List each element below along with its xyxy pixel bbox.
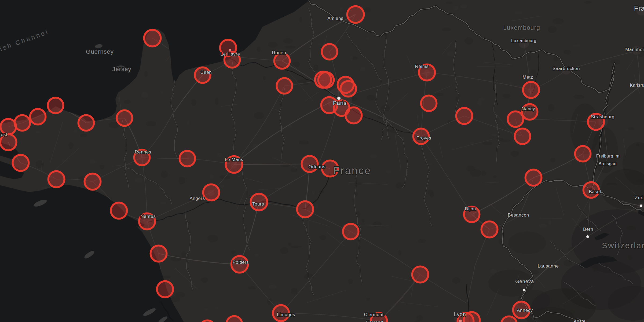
city-label: Geneva — [515, 279, 534, 284]
texture-patch — [350, 56, 353, 61]
map-marker[interactable] — [456, 108, 472, 124]
city-label: Aoste — [574, 319, 585, 322]
texture-patch — [373, 221, 382, 227]
map-marker[interactable] — [341, 81, 356, 97]
map-marker[interactable] — [347, 6, 364, 23]
map-marker[interactable] — [302, 156, 318, 172]
city-label: Luxembourg — [511, 38, 536, 43]
map-marker[interactable] — [346, 107, 362, 123]
map-marker[interactable] — [144, 30, 161, 46]
road — [540, 219, 562, 219]
texture-patch — [430, 192, 434, 197]
texture-patch — [124, 100, 131, 104]
texture-patch — [280, 247, 288, 254]
texture-patch — [283, 38, 293, 43]
map-marker[interactable] — [523, 82, 539, 98]
texture-patch — [215, 97, 219, 105]
texture-patch — [268, 42, 277, 48]
map-marker[interactable] — [48, 171, 64, 187]
texture-patch — [267, 298, 272, 305]
texture-patch — [367, 95, 375, 100]
texture-patch — [162, 276, 171, 278]
country-label: France — [333, 165, 371, 176]
map-marker[interactable] — [515, 129, 530, 144]
texture-patch — [364, 7, 371, 13]
map-marker[interactable] — [421, 96, 437, 111]
texture-patch — [477, 100, 482, 106]
city-dot — [337, 97, 341, 100]
texture-patch — [290, 246, 301, 248]
city-label: Orleans — [308, 164, 325, 169]
texture-patch — [288, 242, 292, 245]
map-container: English ChannelFranceSwitzerlandLuxembou… — [0, 0, 644, 322]
texture-patch — [386, 171, 391, 174]
texture-patch — [628, 127, 635, 130]
city-label: Karlsruhe — [630, 83, 644, 87]
map-marker[interactable] — [13, 155, 29, 171]
texture-patch — [210, 175, 214, 179]
map-marker[interactable] — [322, 44, 337, 60]
map-marker[interactable] — [525, 170, 541, 186]
map-marker[interactable] — [48, 98, 63, 113]
texture-patch — [299, 140, 309, 145]
texture-patch — [257, 47, 261, 52]
map-marker[interactable] — [464, 312, 480, 322]
texture-patch — [254, 112, 264, 119]
map-marker[interactable] — [343, 224, 358, 239]
city-label: Brest — [0, 132, 7, 137]
texture-patch — [160, 91, 164, 94]
texture-patch — [370, 155, 377, 158]
map-marker[interactable] — [30, 109, 46, 125]
island-label: Jersey — [112, 66, 131, 72]
texture-patch — [248, 286, 256, 290]
texture-patch — [290, 169, 298, 172]
city-label: Reims — [415, 64, 429, 69]
texture-patch — [201, 277, 208, 283]
map-marker[interactable] — [180, 151, 195, 166]
texture-patch — [460, 4, 467, 8]
map-marker[interactable] — [78, 115, 94, 131]
map-marker[interactable] — [117, 110, 132, 126]
texture-patch — [511, 151, 519, 157]
texture-patch — [360, 67, 365, 71]
map-marker[interactable] — [157, 281, 173, 297]
map-marker[interactable] — [297, 201, 313, 217]
map-marker[interactable] — [151, 246, 167, 262]
city-label: Poitiers — [233, 260, 249, 265]
texture-patch — [584, 1, 592, 4]
map-marker[interactable] — [575, 146, 591, 162]
map-marker[interactable] — [508, 111, 523, 127]
city-dot — [640, 204, 642, 207]
map-marker[interactable] — [481, 221, 497, 237]
map-marker[interactable] — [85, 174, 101, 190]
city-label: Besançon — [508, 213, 529, 218]
map-marker[interactable] — [277, 78, 292, 94]
texture-patch — [436, 93, 444, 96]
texture-patch — [446, 2, 452, 4]
map-canvas[interactable]: English ChannelFranceSwitzerlandLuxembou… — [0, 0, 644, 322]
city-label: Clermont- — [364, 312, 385, 317]
texture-patch — [453, 6, 458, 11]
texture-patch — [254, 254, 259, 257]
country-label: Luxembourg — [503, 24, 540, 31]
texture-patch — [160, 201, 166, 204]
city-label: Lausanne — [538, 264, 559, 269]
texture-patch — [299, 17, 302, 22]
texture-patch — [315, 204, 318, 209]
texture-patch — [141, 92, 148, 98]
texture-patch — [204, 308, 208, 310]
map-marker[interactable] — [412, 266, 428, 283]
map-marker[interactable] — [203, 184, 219, 200]
texture-patch — [538, 224, 547, 228]
texture-patch — [625, 129, 628, 131]
texture-patch — [263, 76, 266, 80]
texture-patch — [515, 11, 522, 14]
map-marker[interactable] — [111, 203, 127, 219]
city-label: Le Mans — [225, 157, 243, 162]
city-label: Le Havre — [221, 52, 240, 57]
map-marker[interactable] — [315, 72, 331, 88]
country-label: Switzerland — [602, 241, 644, 250]
map-marker[interactable] — [274, 53, 290, 69]
texture-patch — [314, 65, 318, 71]
texture-patch — [573, 45, 580, 46]
